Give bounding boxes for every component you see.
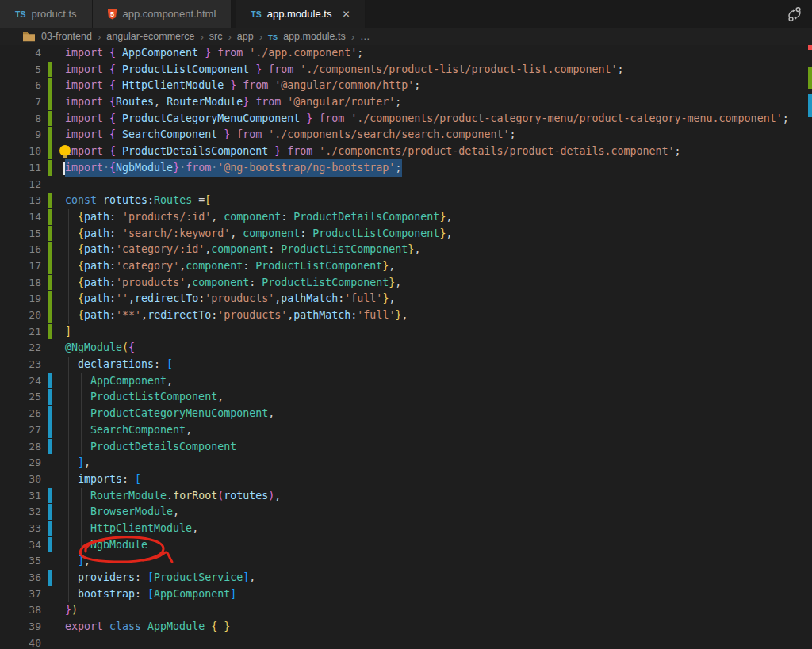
git-modified-gutter-marker [48,422,52,438]
overview-ruler-mark [808,67,812,89]
code-line-32[interactable]: 32 BrowserModule, [0,504,812,521]
typescript-file-icon: TS [251,10,261,19]
code-line-33[interactable]: 33 HttpClientModule, [0,521,812,537]
code-line-37[interactable]: 37 bootstrap: [AppComponent] [0,586,812,603]
chevron-right-icon: › [259,31,262,43]
code-editor[interactable]: 4import { AppComponent } from './app.com… [0,45,812,649]
code-line-16[interactable]: 16 {path:'category/:id',component: Produ… [0,242,812,258]
code-text: {path:'category',component: ProductListC… [65,258,395,275]
tab-label: app.module.ts [267,8,332,20]
code-line-30[interactable]: 30 imports: [ [0,471,812,488]
git-added-gutter-marker [48,307,52,323]
line-number: 40 [0,636,41,649]
code-line-27[interactable]: 27 SearchComponent, [0,422,812,439]
code-line-22[interactable]: 22@NgModule({ [0,340,812,357]
chevron-right-icon: › [351,31,354,43]
git-added-gutter-marker [48,160,52,176]
code-line-28[interactable]: 28 ProductDetailsComponent [0,439,812,456]
code-line-13[interactable]: 13const rotutes:Routes =[ [0,193,812,209]
code-line-24[interactable]: 24 AppComponent, [0,373,812,390]
code-line-17[interactable]: 17 {path:'category',component: ProductLi… [0,258,812,275]
code-line-36[interactable]: 36 providers: [ProductService], [0,570,812,586]
code-line-7[interactable]: 7import {Routes, RouterModule} from '@an… [0,94,812,111]
tab-label: product.ts [31,8,76,20]
code-line-31[interactable]: 31 RouterModule.forRoot(rotutes), [0,488,812,505]
code-line-6[interactable]: 6import { HttpClientModule } from '@angu… [0,78,812,94]
tab-product-ts[interactable]: TSproduct.ts [0,0,93,28]
code-line-23[interactable]: 23 declarations: [ [0,357,812,373]
code-text: bootstrap: [AppComponent] [65,586,236,603]
line-number: 39 [0,619,41,636]
code-text: import { ProductDetailsComponent } from … [65,143,681,160]
tab-label: app.component.html [123,8,216,20]
code-line-15[interactable]: 15 {path: 'search/:keyword', component: … [0,226,812,242]
folder-icon [22,31,36,42]
code-text: ProductCategoryMenuComponent, [65,406,274,422]
code-text: {path:'prouducts',component: ProductList… [65,275,401,292]
breadcrumb-item-app[interactable]: app [237,31,254,42]
line-number: 10 [0,143,41,160]
line-number: 34 [0,537,41,554]
breadcrumb-item-03-frontend[interactable]: 03-frontend [41,31,92,42]
typescript-file-icon: TS [15,10,25,19]
code-line-21[interactable]: 21] [0,324,812,341]
code-line-35[interactable]: 35 ], [0,553,812,570]
code-line-12[interactable]: 12 [0,177,812,193]
code-line-26[interactable]: 26 ProductCategoryMenuComponent, [0,406,812,422]
code-line-4[interactable]: 4import { AppComponent } from './app.com… [0,45,812,62]
line-number: 23 [0,357,41,373]
code-text: import { AppComponent } from './app.comp… [65,45,363,62]
git-modified-gutter-marker [48,504,52,520]
code-line-5[interactable]: 5import { ProductListComponent } from '.… [0,62,812,78]
breadcrumb-item-angular-ecommerce[interactable]: angular-ecommerce [106,31,194,42]
tab-app-component-html[interactable]: 5app.component.html [93,0,232,28]
line-number: 29 [0,455,41,471]
breadcrumb-overflow[interactable]: … [360,31,370,42]
code-line-25[interactable]: 25 ProductListComponent, [0,389,812,406]
git-added-gutter-marker [48,127,52,143]
code-line-14[interactable]: 14 {path: 'products/:id', component: Pro… [0,209,812,226]
code-text: import·{NgbModule}·from·'@ng-bootstrap/n… [65,160,402,177]
code-line-19[interactable]: 19 {path:'',redirectTo:'prouducts',pathM… [0,291,812,307]
close-icon[interactable]: ✕ [342,9,350,20]
text-cursor [63,162,65,175]
git-added-gutter-marker [48,324,52,340]
breadcrumb-item-src[interactable]: src [209,31,223,42]
overview-ruler[interactable] [808,45,812,649]
git-added-gutter-marker [48,193,52,208]
code-text: {path:'',redirectTo:'prouducts',pathMatc… [65,291,395,307]
code-line-29[interactable]: 29 ], [0,455,812,471]
git-added-gutter-marker [48,62,52,78]
line-number: 14 [0,209,41,226]
code-text: import { SearchComponent } from './compo… [65,127,515,143]
breadcrumb-item-file[interactable]: app.module.ts [283,31,346,42]
code-line-38[interactable]: 38}) [0,602,812,619]
code-line-10[interactable]: 10import { ProductDetailsComponent } fro… [0,143,812,160]
line-number: 18 [0,275,41,292]
code-text: {path:'**',redirectTo:'prouducts',pathMa… [65,307,408,324]
code-line-20[interactable]: 20 {path:'**',redirectTo:'prouducts',pat… [0,307,812,324]
code-line-11[interactable]: 11import·{NgbModule}·from·'@ng-bootstrap… [0,160,812,177]
code-line-40[interactable]: 40 [0,636,812,649]
code-line-34[interactable]: 34 NgbModule [0,537,812,554]
line-number: 7 [0,94,41,111]
code-text: import {Routes, RouterModule} from '@ang… [65,94,401,111]
line-number: 19 [0,291,41,307]
git-added-gutter-marker [48,242,52,258]
code-line-9[interactable]: 9import { SearchComponent } from './comp… [0,127,812,143]
git-added-gutter-marker [48,275,52,291]
code-line-8[interactable]: 8import { ProductCategoryMenuComponent }… [0,111,812,128]
line-number: 13 [0,193,41,209]
chevron-right-icon: › [98,31,101,43]
git-modified-gutter-marker [48,537,52,553]
split-compare-icon[interactable] [787,6,802,22]
code-text: BrowserModule, [65,504,179,521]
line-number: 12 [0,177,41,193]
line-number: 30 [0,471,41,488]
git-added-gutter-marker [48,143,52,159]
overview-ruler-mark [808,94,812,117]
code-line-39[interactable]: 39export class AppModule { } [0,619,812,636]
editor-actions [787,0,802,28]
tab-app-module-ts[interactable]: TSapp.module.ts✕ [236,0,366,28]
code-line-18[interactable]: 18 {path:'prouducts',component: ProductL… [0,275,812,292]
